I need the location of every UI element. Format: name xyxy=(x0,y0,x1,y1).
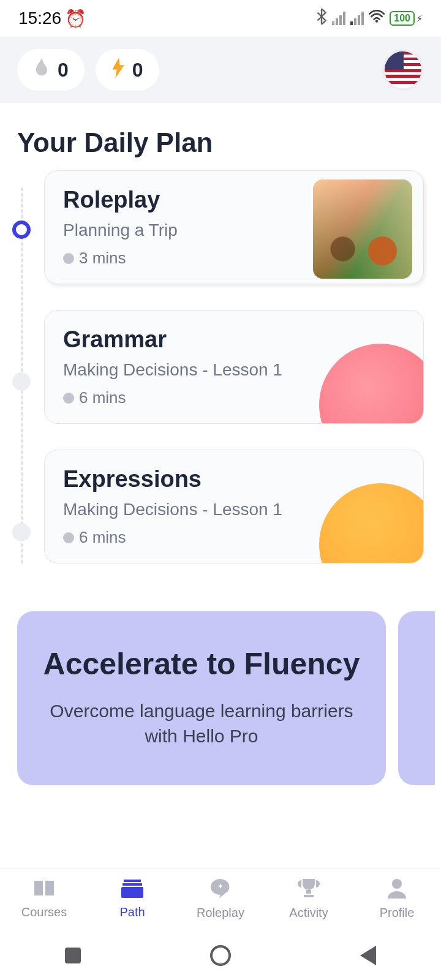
chat-icon: ✦ xyxy=(209,878,232,903)
stack-icon xyxy=(121,878,143,903)
tab-label: Courses xyxy=(21,905,67,919)
card-type: Expressions xyxy=(63,466,405,492)
bottom-tab-bar: Courses Path ✦ Roleplay Activity Profile xyxy=(0,869,441,929)
timeline-node xyxy=(12,372,31,391)
card-type: Grammar xyxy=(63,326,405,353)
card-illustration xyxy=(313,179,412,279)
flame-icon xyxy=(33,58,50,83)
timeline-node-active xyxy=(12,221,31,239)
clock-icon xyxy=(63,532,74,543)
tab-label: Activity xyxy=(289,906,328,920)
streak-count: 0 xyxy=(58,59,69,81)
timeline-node xyxy=(12,523,31,541)
plan-card-expressions[interactable]: Expressions Making Decisions - Lesson 1 … xyxy=(44,450,424,564)
clock-icon xyxy=(63,393,74,404)
tab-roleplay[interactable]: ✦ Roleplay xyxy=(176,869,265,929)
trophy-icon xyxy=(298,878,320,903)
status-bar: 15:26 ⏰ 100 ⚡︎ xyxy=(0,0,441,37)
tab-label: Path xyxy=(119,905,145,919)
promo-card-next[interactable] xyxy=(398,611,435,785)
book-icon xyxy=(33,878,55,903)
clock-icon xyxy=(63,253,74,264)
signal-icon-2 xyxy=(350,12,364,25)
tab-profile[interactable]: Profile xyxy=(353,869,441,929)
page-title: Your Daily Plan xyxy=(0,103,441,170)
battery-indicator: 100 ⚡︎ xyxy=(390,11,423,26)
bolts-count: 0 xyxy=(132,59,143,81)
tab-courses[interactable]: Courses xyxy=(0,869,88,929)
svg-text:✦: ✦ xyxy=(217,882,224,891)
daily-plan-list: Roleplay Planning a Trip 3 mins Grammar … xyxy=(0,170,441,564)
streak-pill[interactable]: 0 xyxy=(17,49,85,91)
tab-label: Roleplay xyxy=(197,906,244,920)
plan-card-roleplay[interactable]: Roleplay Planning a Trip 3 mins xyxy=(44,170,424,284)
promo-card-fluency[interactable]: Accelerate to Fluency Overcome language … xyxy=(17,611,386,785)
svg-rect-3 xyxy=(121,887,143,898)
promo-subtitle: Overcome language learning barriers with… xyxy=(42,699,361,748)
svg-point-5 xyxy=(392,879,402,889)
bolts-pill[interactable]: 0 xyxy=(96,49,159,91)
bolt-icon xyxy=(111,58,125,83)
tab-activity[interactable]: Activity xyxy=(265,869,353,929)
signal-icon-1 xyxy=(332,12,345,25)
card-accent xyxy=(319,344,424,424)
alarm-icon: ⏰ xyxy=(65,9,86,29)
tab-label: Profile xyxy=(380,906,415,920)
language-flag-us[interactable] xyxy=(382,49,424,91)
android-nav-bar xyxy=(0,931,441,980)
back-button[interactable] xyxy=(360,946,376,965)
svg-rect-1 xyxy=(124,880,141,882)
recent-apps-button[interactable] xyxy=(65,948,81,963)
bluetooth-icon xyxy=(316,9,327,28)
header-metrics: 0 0 xyxy=(0,37,441,103)
person-icon xyxy=(386,878,407,903)
plan-card-grammar[interactable]: Grammar Making Decisions - Lesson 1 6 mi… xyxy=(44,310,424,424)
card-accent xyxy=(319,483,424,564)
svg-point-0 xyxy=(375,20,378,22)
wifi-icon xyxy=(369,10,385,27)
status-time: 15:26 xyxy=(18,9,61,28)
svg-rect-2 xyxy=(123,883,142,886)
promo-title: Accelerate to Fluency xyxy=(42,644,361,684)
home-button[interactable] xyxy=(210,945,231,966)
tab-path[interactable]: Path xyxy=(88,869,176,929)
promo-carousel[interactable]: Accelerate to Fluency Overcome language … xyxy=(0,589,441,785)
